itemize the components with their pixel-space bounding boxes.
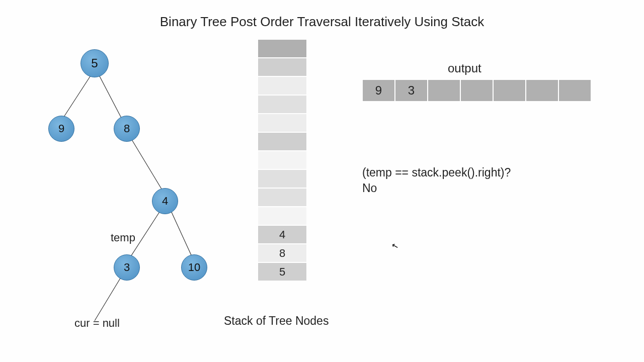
stack-cell [258, 188, 307, 207]
stack-cell: 5 [258, 262, 307, 281]
tree-node-4: 4 [152, 188, 178, 214]
tree-node-9: 9 [48, 116, 74, 142]
output-cell [493, 79, 526, 102]
tree-node-5: 5 [80, 49, 109, 77]
edge-3-leaf [95, 278, 121, 321]
edge-5-9 [61, 73, 92, 121]
output-cell [558, 79, 591, 102]
stack-column: 485 [258, 39, 307, 281]
tree-node-10: 10 [181, 254, 207, 281]
condition-line-2: No [362, 180, 511, 196]
stack-cell [258, 132, 307, 151]
label-temp: temp [111, 231, 135, 244]
output-cell [428, 79, 460, 102]
stack-cell: 4 [258, 225, 307, 244]
condition-text: (temp == stack.peek().right)? No [362, 165, 511, 196]
stack-cell [258, 39, 307, 58]
stack-cell [258, 151, 307, 169]
edge-5-8 [98, 73, 123, 121]
stack-cell [258, 76, 307, 95]
edge-4-10 [171, 211, 193, 259]
tree-node-8: 8 [114, 116, 140, 142]
tree-node-3: 3 [114, 254, 140, 281]
output-row: 93 [362, 79, 591, 102]
label-cur: cur = null [74, 317, 120, 330]
stack-cell: 8 [258, 244, 307, 262]
stack-cell [258, 207, 307, 225]
cursor-icon: ↖ [390, 241, 399, 252]
output-cell: 9 [362, 79, 395, 102]
output-cell [526, 79, 558, 102]
stack-cell [258, 95, 307, 114]
page-title: Binary Tree Post Order Traversal Iterati… [0, 14, 644, 30]
condition-line-1: (temp == stack.peek().right)? [362, 165, 511, 180]
tree-edges [20, 45, 231, 332]
binary-tree: 5 9 8 4 3 10 temp cur = null [20, 45, 231, 332]
output-cell: 3 [395, 79, 428, 102]
output-cell [460, 79, 493, 102]
stack-cell [258, 58, 307, 76]
edge-8-4 [132, 140, 164, 193]
output-label: output [448, 61, 481, 75]
stack-cell [258, 114, 307, 132]
stack-caption: Stack of Tree Nodes [224, 314, 329, 328]
stack-cell [258, 169, 307, 188]
